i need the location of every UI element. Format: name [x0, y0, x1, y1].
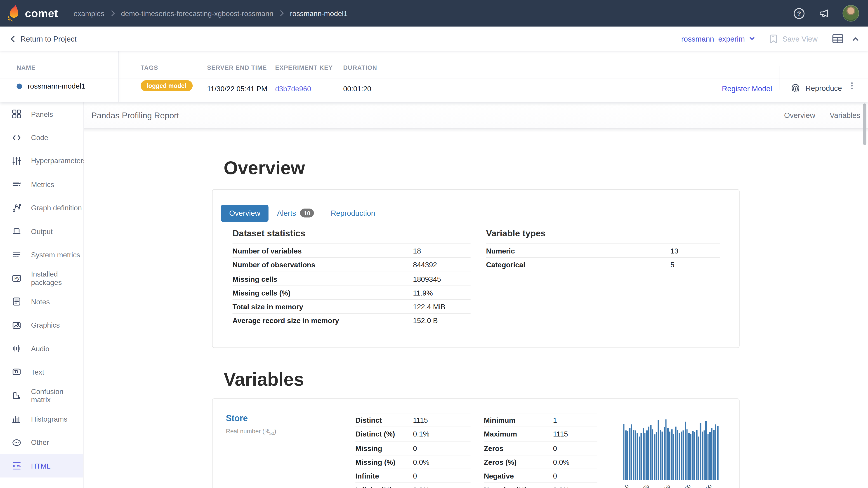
column-header-name[interactable]: NAME	[17, 64, 35, 71]
sidebar-item-label: HTML	[31, 462, 51, 470]
histogram-bar	[711, 428, 713, 480]
register-model-link[interactable]: Register Model	[722, 85, 772, 93]
histogram-bar	[698, 436, 699, 480]
panel-link-variables[interactable]: Variables	[830, 111, 860, 120]
reproduce-button[interactable]: Reproduce	[790, 83, 842, 93]
overview-card: Overview Alerts 10 Reproduction Dataset …	[212, 189, 740, 348]
stat-label: Distinct	[355, 416, 382, 424]
sidebar-item-label: System metrics	[31, 251, 80, 259]
tag-logged-model[interactable]: logged model	[141, 80, 192, 91]
x-tick-label: 750	[681, 483, 692, 488]
sidebar-item-label: Histograms	[31, 415, 67, 423]
histogram-bar	[650, 425, 651, 480]
sidebar-item-label: Hyperparameters	[31, 157, 87, 165]
stat-label: Numeric	[486, 247, 515, 255]
megaphone-icon[interactable]	[817, 7, 830, 20]
type-suffix: )	[274, 428, 276, 434]
histogram-bar	[688, 433, 690, 480]
sidebar-item-label: Confusion matrix	[31, 387, 83, 404]
panel-link-overview[interactable]: Overview	[784, 111, 815, 120]
stat-value: 0	[413, 441, 417, 455]
sidebar-item-label: Graph definition	[31, 204, 82, 212]
histogram-bar	[717, 426, 718, 480]
store-variable-link[interactable]: Store	[226, 413, 248, 423]
sidebar-item-audio[interactable]: Audio	[0, 337, 83, 360]
sidebar-item-graphics[interactable]: Graphics	[0, 313, 83, 337]
help-icon[interactable]: ?	[793, 7, 805, 20]
save-view-button[interactable]: Save View	[770, 34, 817, 43]
table-row: Missing cells1809345	[232, 271, 471, 285]
table-row: Number of observations844392	[232, 258, 471, 271]
sidebar-item-histograms[interactable]: Histograms	[0, 408, 83, 431]
histogram-bar	[679, 433, 680, 480]
histogram-bar	[667, 428, 669, 480]
sidebar-item-code[interactable]: Code	[0, 126, 83, 149]
type-prefix: Real number (ℝ	[226, 428, 269, 434]
histogram-bar	[629, 428, 630, 480]
column-header-experiment-key[interactable]: EXPERIMENT KEY	[275, 64, 333, 71]
experiment-name-cell[interactable]: rossmann-model1	[17, 82, 85, 90]
sidebar-item-hyperparameters[interactable]: Hyperparameters	[0, 149, 83, 173]
sidebar-item-other[interactable]: Other	[0, 431, 83, 454]
experiment-table: NAME TAGS SERVER END TIME EXPERIMENT KEY…	[0, 51, 868, 102]
chevron-right-icon	[111, 10, 115, 17]
histogram-bar	[684, 422, 686, 480]
topbar-actions: ?	[793, 5, 859, 22]
stat-value: 0.1%	[413, 427, 430, 441]
stat-label: Zeros	[484, 444, 503, 453]
variable-types-table: Numeric13 Categorical5	[486, 243, 720, 271]
server-end-time-value: 11/30/22 05:41 PM	[207, 85, 268, 93]
tab-alerts[interactable]: Alerts 10	[269, 204, 322, 222]
svg-text:?: ?	[797, 10, 801, 17]
variable-types-title: Variable types	[486, 228, 546, 238]
stat-label: Missing cells (%)	[232, 289, 291, 297]
hyperparameters-sliders-icon	[11, 156, 22, 166]
sidebar-item-system-metrics[interactable]: System metrics	[0, 243, 83, 267]
comet-logo[interactable]: comet	[6, 5, 58, 22]
sidebar-item-metrics[interactable]: Metrics	[0, 173, 83, 196]
user-avatar[interactable]	[842, 5, 859, 22]
stat-value: 1	[553, 413, 557, 427]
sidebar-item-confusion-matrix[interactable]: Confusion matrix	[0, 384, 83, 408]
sidebar-item-output[interactable]: Output	[0, 220, 83, 243]
stat-label: Negative (%)	[484, 486, 527, 488]
sidebar-item-text[interactable]: Tt Text	[0, 360, 83, 384]
breadcrumb-project-group[interactable]: examples	[73, 9, 104, 18]
sidebar-item-installed-packages[interactable]: Py Installed packages	[0, 267, 83, 290]
sidebar-item-graph-definition[interactable]: Graph definition	[0, 196, 83, 220]
svg-text:HTML: HTML	[13, 464, 21, 467]
row-menu-icon[interactable]	[847, 81, 856, 91]
report-scrollbar-thumb[interactable]	[863, 103, 866, 145]
chevron-up-icon[interactable]	[852, 36, 859, 41]
tab-overview[interactable]: Overview	[221, 204, 269, 222]
column-header-duration[interactable]: DURATION	[343, 64, 377, 71]
breadcrumb-experiment[interactable]: rossmann-model1	[290, 9, 348, 18]
histograms-icon	[11, 414, 22, 424]
histogram-bar	[627, 431, 628, 480]
histogram-bar	[641, 433, 642, 480]
breadcrumb-project[interactable]: demo-timeseries-forecasting-xgboost-ross…	[121, 9, 273, 18]
histogram-bar	[639, 436, 640, 480]
dataset-statistics-title: Dataset statistics	[232, 228, 305, 238]
column-header-server-end-time[interactable]: SERVER END TIME	[207, 64, 267, 71]
sidebar-item-notes[interactable]: Notes	[0, 290, 83, 314]
sidebar-item-panels[interactable]: Panels	[0, 102, 83, 126]
store-variable-type: Real number (ℝ≥0)	[226, 428, 276, 436]
histogram-bar	[700, 423, 701, 480]
histogram-bar	[669, 431, 671, 480]
dataset-statistics-table: Number of variables18 Number of observat…	[232, 243, 471, 328]
experiment-key-link[interactable]: d3b7de960	[275, 85, 311, 93]
store-right-stats-table: Minimum1 Maximum1115 Zeros0 Zeros (%)0.0…	[484, 413, 597, 488]
sidebar-item-html[interactable]: HTML HTML	[0, 454, 83, 478]
fingerprint-icon	[790, 83, 800, 93]
return-to-project-link[interactable]: Return to Project	[10, 35, 76, 43]
experiment-view-select[interactable]: rossmann_experim	[681, 35, 755, 43]
table-view-icon[interactable]	[832, 33, 844, 44]
alerts-count-badge: 10	[300, 208, 314, 217]
histogram-bar	[662, 431, 663, 480]
tab-reproduction[interactable]: Reproduction	[322, 204, 383, 222]
column-header-tags[interactable]: TAGS	[141, 64, 158, 71]
sidebar-item-label: Output	[31, 227, 53, 236]
histogram-bar	[694, 432, 695, 480]
histogram-bar	[656, 432, 657, 480]
